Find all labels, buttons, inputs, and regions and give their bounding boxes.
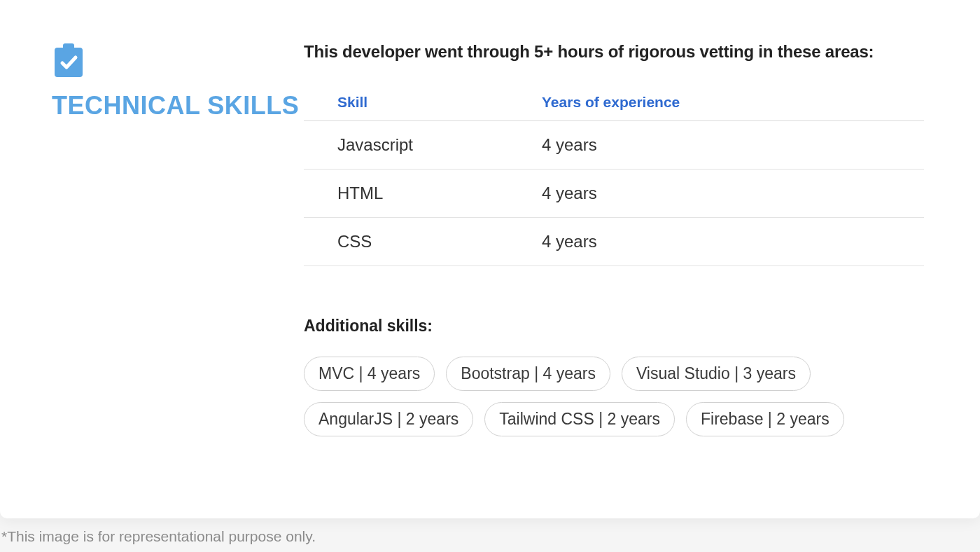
svg-point-2 bbox=[66, 44, 71, 48]
skill-pill: Tailwind CSS | 2 years bbox=[484, 402, 675, 436]
technical-skills-card: TECHNICAL SKILLS This developer went thr… bbox=[0, 0, 980, 518]
table-header-row: Skill Years of experience bbox=[304, 94, 924, 121]
skill-pill: Firebase | 2 years bbox=[686, 402, 844, 436]
skill-pill: Visual Studio | 3 years bbox=[622, 357, 811, 391]
skill-pill: AngularJS | 2 years bbox=[304, 402, 473, 436]
header-skill: Skill bbox=[304, 94, 542, 121]
svg-rect-0 bbox=[55, 48, 83, 77]
cell-skill: HTML bbox=[304, 170, 542, 218]
sidebar: TECHNICAL SKILLS bbox=[52, 42, 304, 490]
cell-skill: Javascript bbox=[304, 121, 542, 170]
table-row: HTML 4 years bbox=[304, 170, 924, 218]
cell-years: 4 years bbox=[542, 218, 924, 266]
cell-years: 4 years bbox=[542, 121, 924, 170]
table-row: Javascript 4 years bbox=[304, 121, 924, 170]
skill-pill-container: MVC | 4 years Bootstrap | 4 years Visual… bbox=[304, 357, 924, 436]
vetting-intro: This developer went through 5+ hours of … bbox=[304, 42, 924, 62]
additional-skills-heading: Additional skills: bbox=[304, 317, 924, 336]
cell-skill: CSS bbox=[304, 218, 542, 266]
skills-table: Skill Years of experience Javascript 4 y… bbox=[304, 94, 924, 266]
cell-years: 4 years bbox=[542, 170, 924, 218]
table-row: CSS 4 years bbox=[304, 218, 924, 266]
header-years: Years of experience bbox=[542, 94, 924, 121]
skill-pill: MVC | 4 years bbox=[304, 357, 435, 391]
section-title: TECHNICAL SKILLS bbox=[52, 91, 304, 120]
main-content: This developer went through 5+ hours of … bbox=[304, 42, 924, 490]
disclaimer-text: *This image is for representational purp… bbox=[0, 518, 980, 545]
skill-pill: Bootstrap | 4 years bbox=[446, 357, 610, 391]
clipboard-check-icon bbox=[52, 42, 85, 78]
